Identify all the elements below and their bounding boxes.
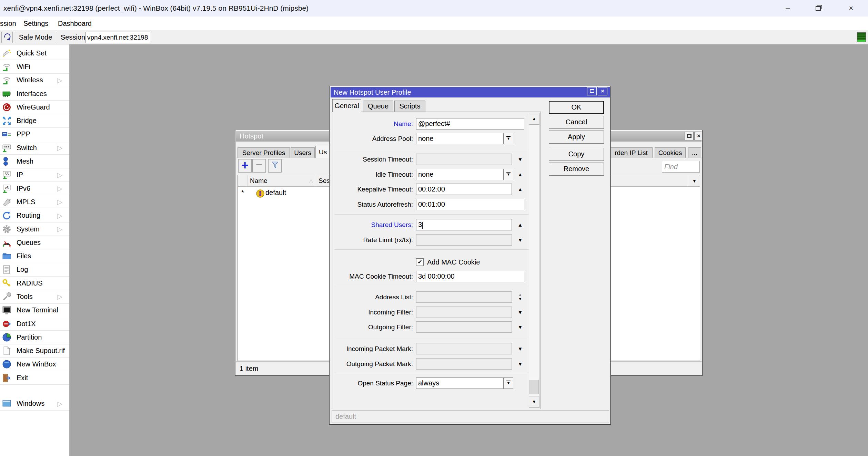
- undo-button[interactable]: [1, 32, 13, 43]
- idle-timeout-input[interactable]: none: [416, 169, 504, 180]
- session-timeout-label: Session Timeout:: [330, 154, 413, 165]
- dialog-restore-button[interactable]: [587, 87, 597, 95]
- idle-timeout-dropdown-button[interactable]: ▼: [504, 169, 513, 180]
- remove-button[interactable]: −: [252, 159, 266, 173]
- sidebar-item-quick-set[interactable]: Quick Set: [0, 46, 69, 60]
- sidebar-item-system[interactable]: System▷: [0, 222, 69, 236]
- tab-general[interactable]: General: [332, 99, 361, 112]
- incoming-filter-expand-arrow[interactable]: ▼: [516, 307, 524, 318]
- dialog-titlebar[interactable]: New Hotspot User Profile: [331, 87, 610, 97]
- apply-button[interactable]: Apply: [549, 131, 604, 144]
- add-mac-cookie-checkbox[interactable]: ✔: [416, 258, 424, 266]
- sidebar-item-wireguard[interactable]: WireGuard: [0, 101, 69, 114]
- outgoing-filter-expand-arrow[interactable]: ▼: [516, 321, 524, 333]
- shared-users-collapse-arrow[interactable]: ▲: [516, 219, 524, 230]
- sidebar-item-ip[interactable]: 55IP▷: [0, 168, 69, 182]
- tab-queue[interactable]: Queue: [363, 101, 393, 112]
- sidebar-item-dot1x[interactable]: Dot1X: [0, 317, 69, 331]
- sidebar-item-mpls[interactable]: MPLS▷: [0, 195, 69, 209]
- sidebar-item-wifi[interactable]: WiFi: [0, 60, 69, 73]
- dialog-close-button[interactable]: ×: [598, 87, 607, 95]
- name-input[interactable]: @perfect#: [416, 118, 524, 129]
- scroll-up-button[interactable]: ▲: [529, 113, 539, 125]
- windows-icon: [2, 399, 11, 408]
- close-button[interactable]: ×: [836, 0, 866, 17]
- sidebar-item-new-terminal[interactable]: New Terminal: [0, 304, 69, 317]
- sidebar-item-exit[interactable]: Exit: [0, 371, 69, 385]
- session-timeout-input[interactable]: [416, 154, 512, 165]
- incoming-packet-mark-input[interactable]: [416, 343, 512, 354]
- sidebar-item-switch[interactable]: Switch▷: [0, 141, 69, 155]
- rate-limit-expand-arrow[interactable]: ▼: [516, 234, 524, 246]
- find-input[interactable]: [662, 161, 700, 173]
- rate-limit-input[interactable]: [416, 234, 512, 246]
- tab-users[interactable]: Users: [291, 147, 315, 158]
- outgoing-filter-input[interactable]: [416, 321, 512, 333]
- tab-cookies[interactable]: Cookies: [655, 147, 686, 158]
- remove-button[interactable]: Remove: [549, 163, 604, 176]
- tab-server-profiles[interactable]: Server Profiles: [238, 147, 290, 158]
- session-timeout-expand-arrow[interactable]: ▼: [516, 154, 524, 165]
- idle-timeout-collapse-arrow[interactable]: ▲: [516, 169, 524, 180]
- wireguard-icon: [2, 103, 11, 112]
- form-scrollbar-track[interactable]: [529, 113, 539, 408]
- add-button[interactable]: +: [238, 159, 252, 173]
- incoming-filter-input[interactable]: [416, 307, 512, 318]
- shared-users-input[interactable]: 3: [416, 219, 512, 230]
- sidebar-item-label: Partition: [17, 333, 42, 341]
- tab-more[interactable]: ...: [688, 147, 701, 158]
- sidebar-item-log[interactable]: Log: [0, 263, 69, 277]
- incoming-packet-mark-expand-arrow[interactable]: ▼: [516, 343, 524, 354]
- sidebar-item-tools[interactable]: Tools▷: [0, 290, 69, 303]
- hotspot-close-button[interactable]: ×: [694, 132, 703, 140]
- restore-button[interactable]: [803, 0, 833, 17]
- menu-item-dashboard[interactable]: Dashboard: [58, 17, 92, 30]
- sidebar-item-ipv6[interactable]: v6IPv6▷: [0, 182, 69, 195]
- exit-icon: [2, 373, 11, 383]
- safe-mode-button[interactable]: Safe Mode: [15, 32, 56, 43]
- sidebar-item-make-supout-rif[interactable]: Make Supout.rif: [0, 344, 69, 358]
- tab-scripts[interactable]: Scripts: [394, 101, 425, 112]
- sidebar-item-ppp[interactable]: PPP: [0, 128, 69, 141]
- address-pool-dropdown-button[interactable]: ▼: [504, 133, 513, 144]
- header-filter-dropdown[interactable]: ▼: [689, 175, 700, 186]
- copy-button[interactable]: Copy: [549, 148, 604, 161]
- ipv6-icon: v6: [2, 184, 11, 193]
- tab-walled-garden-ip-list[interactable]: rden IP List: [610, 147, 653, 158]
- minimize-button[interactable]: –: [773, 0, 803, 17]
- ok-button[interactable]: OK: [549, 101, 604, 114]
- sidebar-item-routing[interactable]: Routing▷: [0, 209, 69, 222]
- status-autorefresh-input[interactable]: 00:01:00: [416, 199, 524, 210]
- sidebar-item-new-winbox[interactable]: New WinBox: [0, 358, 69, 371]
- outgoing-packet-mark-expand-arrow[interactable]: ▼: [516, 358, 524, 370]
- close-icon: ×: [697, 133, 700, 139]
- address-pool-input[interactable]: none: [416, 133, 504, 144]
- outgoing-packet-mark-input[interactable]: [416, 358, 512, 370]
- scroll-down-button[interactable]: ▼: [529, 396, 539, 408]
- column-name[interactable]: Name △: [248, 175, 316, 186]
- keepalive-timeout-input[interactable]: 00:02:00: [416, 184, 512, 195]
- open-status-page-dropdown-button[interactable]: ▼: [504, 377, 513, 389]
- form-scrollbar-thumb[interactable]: [529, 380, 539, 394]
- hotspot-restore-button[interactable]: [685, 132, 694, 140]
- sidebar-item-bridge[interactable]: Bridge: [0, 114, 69, 127]
- mac-cookie-timeout-input[interactable]: 3d 00:00:00: [416, 271, 524, 282]
- open-status-page-input[interactable]: always: [416, 377, 504, 389]
- address-list-input[interactable]: [416, 291, 512, 303]
- sidebar-item-interfaces[interactable]: Interfaces: [0, 87, 69, 101]
- close-icon: ×: [849, 4, 854, 12]
- keepalive-timeout-collapse-arrow[interactable]: ▲: [516, 184, 524, 195]
- filter-button[interactable]: [268, 159, 282, 173]
- session-input[interactable]: [85, 32, 151, 43]
- sidebar-item-windows[interactable]: Windows▷: [0, 397, 69, 410]
- cancel-button[interactable]: Cancel: [549, 116, 604, 129]
- sidebar-item-mesh[interactable]: Mesh: [0, 155, 69, 168]
- sidebar-item-files[interactable]: Files: [0, 249, 69, 263]
- sidebar-item-wireless[interactable]: Wireless▷: [0, 74, 69, 87]
- sidebar-item-queues[interactable]: Queues: [0, 236, 69, 249]
- menu-item-session[interactable]: ssion: [0, 17, 16, 30]
- sidebar-item-partition[interactable]: Partition: [0, 331, 69, 344]
- address-list-spinner[interactable]: ▲ ▼: [516, 292, 524, 301]
- sidebar-item-radius[interactable]: RADIUS: [0, 277, 69, 290]
- menu-item-settings[interactable]: Settings: [23, 17, 48, 30]
